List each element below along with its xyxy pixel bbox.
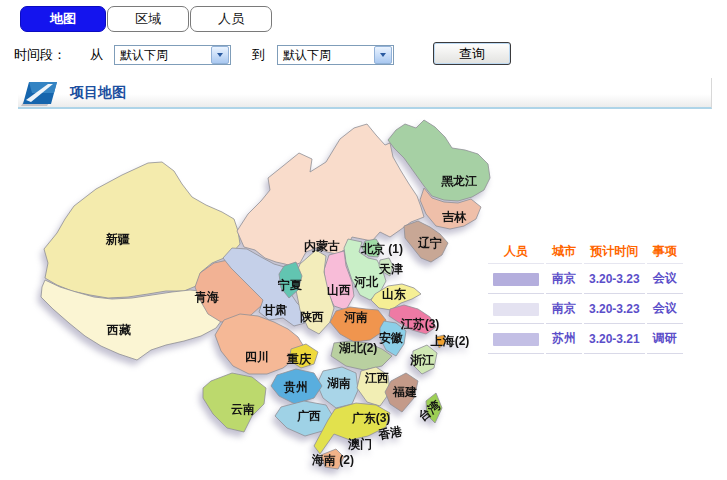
col-matter: 事项 bbox=[647, 238, 683, 264]
province-label-fujian: 福建 bbox=[392, 385, 417, 399]
province-label-hainan: 海南 (2) bbox=[311, 453, 354, 467]
cell-person-redacted bbox=[488, 294, 544, 324]
cell-time: 3.20-3.23 bbox=[584, 294, 645, 324]
table-header-row: 人员 城市 预计时间 事项 bbox=[488, 238, 683, 264]
province-label-liaoning: 辽宁 bbox=[417, 236, 442, 250]
table-row: 南京3.20-3.23会议 bbox=[488, 264, 683, 294]
schedule-table: 人员 城市 预计时间 事项 南京3.20-3.23会议南京3.20-3.23会议… bbox=[486, 238, 685, 354]
province-label-beijing: 北京 (1) bbox=[360, 242, 403, 256]
province-label-gansu: 甘肃 bbox=[263, 303, 287, 317]
province-label-shaanxi: 陕西 bbox=[300, 310, 324, 324]
province-label-xizang: 西藏 bbox=[106, 323, 131, 337]
table-row: 苏州3.20-3.21调研 bbox=[488, 324, 683, 354]
col-time: 预计时间 bbox=[584, 238, 645, 264]
province-label-yunnan: 云南 bbox=[231, 402, 255, 416]
redacted-name-block bbox=[493, 333, 539, 346]
province-label-neimenggu: 内蒙古 bbox=[304, 239, 340, 253]
project-map-page: 地图 区域 人员 时间段： 从 默认下周 到 默认下周 查询 项目地图 新疆西藏… bbox=[0, 0, 727, 480]
province-label-guangxi: 广西 bbox=[296, 409, 321, 423]
province-label-chongqing: 重庆 bbox=[286, 352, 312, 366]
province-label-tianjin: 天津 bbox=[378, 262, 403, 276]
province-label-hunan: 湖南 bbox=[327, 376, 351, 390]
cell-time: 3.20-3.21 bbox=[584, 324, 645, 354]
cell-matter: 会议 bbox=[647, 264, 683, 294]
province-label-guizhou: 贵州 bbox=[283, 380, 308, 394]
col-person: 人员 bbox=[488, 238, 544, 264]
cell-matter: 会议 bbox=[647, 294, 683, 324]
cell-city: 南京 bbox=[546, 264, 582, 294]
province-label-hebei: 河北 bbox=[354, 275, 379, 289]
province-label-shanxi: 山西 bbox=[327, 283, 351, 297]
cell-city: 苏州 bbox=[546, 324, 582, 354]
province-label-guangdong: 广东(3) bbox=[351, 411, 391, 425]
cell-person-redacted bbox=[488, 264, 544, 294]
province-label-jiangsu: 江苏(3) bbox=[400, 317, 440, 331]
province-label-jilin: 吉林 bbox=[442, 210, 467, 224]
province-label-zhejiang: 浙江 bbox=[410, 353, 434, 367]
table-row: 南京3.20-3.23会议 bbox=[488, 294, 683, 324]
province-label-hubei: 湖北(2) bbox=[339, 341, 378, 355]
cell-person-redacted bbox=[488, 324, 544, 354]
province-label-sichuan: 四川 bbox=[245, 350, 269, 364]
province-label-xinjiang: 新疆 bbox=[105, 232, 130, 246]
cell-time: 3.20-3.23 bbox=[584, 264, 645, 294]
redacted-name-block bbox=[493, 273, 539, 286]
cell-city: 南京 bbox=[546, 294, 582, 324]
cell-matter: 调研 bbox=[647, 324, 683, 354]
col-city: 城市 bbox=[546, 238, 582, 264]
province-label-shandong: 山东 bbox=[382, 287, 406, 301]
province-label-henan: 河南 bbox=[344, 310, 368, 324]
province-label-heilongjiang: 黑龙江 bbox=[441, 174, 477, 188]
province-label-anhui: 安徽 bbox=[379, 331, 403, 345]
province-label-qinghai: 青海 bbox=[194, 290, 219, 304]
province-label-ningxia: 宁夏 bbox=[277, 278, 302, 292]
province-label-jiangxi: 江西 bbox=[364, 371, 389, 385]
redacted-name-block bbox=[493, 303, 539, 316]
province-label-aomen: 澳门 bbox=[347, 437, 372, 451]
province-label-taiwan: 台湾 bbox=[416, 397, 444, 423]
province-label-shanghai: 上海(2) bbox=[430, 334, 470, 348]
